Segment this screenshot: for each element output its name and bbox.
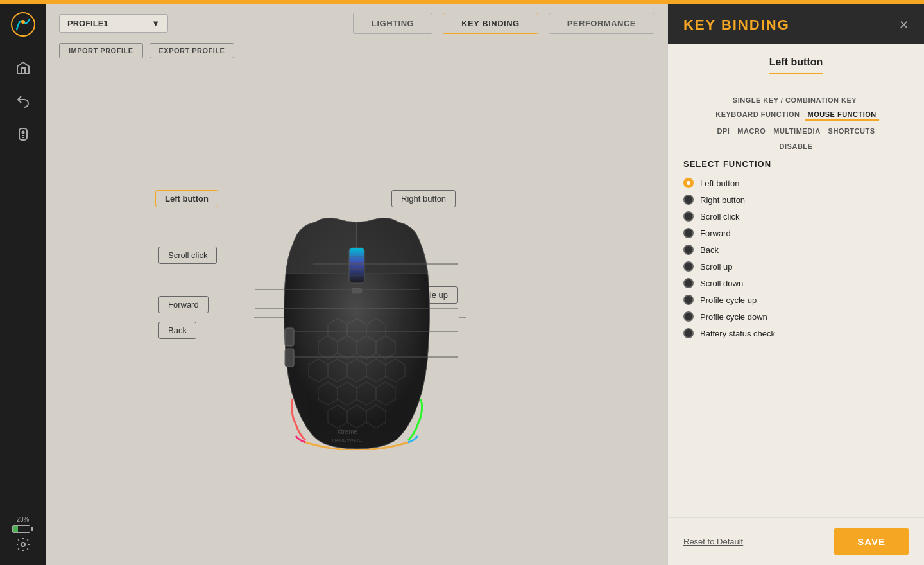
svg-point-3 [22,132,24,134]
tab-macro[interactable]: MACRO [735,126,768,136]
function-tabs: SINGLE KEY / COMBINATION KEY [683,95,909,107]
function-label-battery: Battery status check [700,329,775,338]
main-content: PROFILE1 ▼ LIGHTING KEY BINDING PERFORMA… [46,0,667,565]
tab-lighting[interactable]: LIGHTING [353,13,432,34]
radio-right-button[interactable] [683,195,694,205]
svg-text:HARDWARE: HARDWARE [332,437,362,443]
svg-point-1 [21,20,25,24]
battery-tip [31,527,33,531]
function-label-profile-up: Profile cycle up [700,295,757,305]
svg-rect-17 [285,349,294,367]
function-tabs-row4: DISABLE [683,141,909,152]
function-item-profile-down[interactable]: Profile cycle down [683,311,909,322]
profile-dropdown[interactable]: PROFILE1 ▼ [59,14,168,33]
mouse-diagram-area: Left button Right button Scroll click Fo… [46,65,667,565]
function-label-right-button: Right button [700,195,745,205]
battery-bar-container [12,525,33,533]
right-panel-footer: Reset to Default SAVE [668,517,924,565]
function-item-scroll-up[interactable]: Scroll up [683,261,909,272]
right-panel: KEY BINDING ✕ Left button SINGLE KEY / C… [667,0,924,565]
function-item-battery[interactable]: Battery status check [683,328,909,338]
svg-point-6 [21,543,25,546]
sidebar-item-back[interactable] [12,90,35,113]
close-button[interactable]: ✕ [899,19,909,31]
tab-dpi[interactable]: DPI [714,126,732,136]
profile-buttons: IMPORT PROFILE EXPORT PROFILE [46,40,667,65]
radio-profile-down[interactable] [683,311,694,322]
sidebar-logo[interactable] [9,10,37,39]
radio-profile-up[interactable] [683,295,694,305]
function-item-left-button[interactable]: Left button [683,178,909,188]
export-profile-button[interactable]: EXPORT PROFILE [150,43,235,58]
svg-rect-10 [349,248,364,283]
radio-scroll-up[interactable] [683,261,694,272]
battery-label: 23% [16,516,29,523]
profile-label: PROFILE1 [67,19,108,28]
function-label-scroll-down: Scroll down [700,279,743,288]
selected-button-container: Left button [683,56,909,85]
right-panel-title: KEY BINDING [683,17,790,33]
right-panel-header: KEY BINDING ✕ [668,4,924,44]
sidebar: 23% [0,4,46,565]
function-item-scroll-click[interactable]: Scroll click [683,211,909,222]
select-function-header: SELECT FUNCTION [683,159,909,169]
radio-left-button[interactable] [683,178,694,188]
selected-button-display: Left button [769,56,823,74]
top-bar: PROFILE1 ▼ LIGHTING KEY BINDING PERFORMA… [46,4,667,40]
sidebar-item-home[interactable] [12,56,35,80]
tab-multimedia[interactable]: MULTIMEDIA [771,126,823,136]
tab-key-binding[interactable]: KEY BINDING [443,13,538,34]
tab-disable[interactable]: DISABLE [777,141,816,152]
tab-keyboard[interactable]: KEYBOARD FUNCTION [713,109,802,121]
function-label-left-button: Left button [700,178,739,188]
radio-scroll-click[interactable] [683,211,694,222]
sidebar-item-device[interactable] [12,123,35,146]
function-list: Left button Right button Scroll click Fo… [683,178,909,338]
svg-text:Xtreme: Xtreme [337,428,358,435]
function-item-profile-up[interactable]: Profile cycle up [683,295,909,305]
svg-rect-16 [285,328,294,346]
tab-mouse[interactable]: MOUSE FUNCTION [805,109,879,121]
battery-bar [12,525,30,533]
function-item-back[interactable]: Back [683,245,909,255]
radio-scroll-down[interactable] [683,278,694,288]
function-label-scroll-up: Scroll up [700,262,733,272]
svg-point-0 [12,13,35,36]
mouse-image: Xtreme HARDWARE [248,180,466,450]
function-tabs-row2: KEYBOARD FUNCTION MOUSE FUNCTION [683,109,909,121]
radio-battery[interactable] [683,328,694,338]
function-label-scroll-click: Scroll click [700,212,739,222]
svg-rect-15 [352,288,362,293]
svg-rect-2 [19,128,27,140]
function-tabs-row3: DPI MACRO MULTIMEDIA SHORTCUTS [683,126,909,136]
tab-performance[interactable]: PERFORMANCE [549,13,654,34]
title-white: KEY [683,17,721,33]
scroll-click-box[interactable]: Scroll click [158,247,217,264]
forward-box[interactable]: Forward [158,296,209,313]
title-gold: BINDING [721,17,790,33]
chevron-down-icon: ▼ [151,19,160,28]
right-panel-body: Left button SINGLE KEY / COMBINATION KEY… [668,44,924,517]
gold-top-bar [0,0,924,4]
tab-shortcuts[interactable]: SHORTCUTS [826,126,878,136]
reset-to-default-link[interactable]: Reset to Default [683,537,743,546]
function-label-back: Back [700,245,719,255]
battery-fill [13,526,18,532]
left-button-box[interactable]: Left button [155,190,218,207]
sidebar-item-settings[interactable] [15,537,31,552]
function-label-profile-down: Profile cycle down [700,312,767,322]
function-item-forward[interactable]: Forward [683,228,909,238]
tab-single-key[interactable]: SINGLE KEY / COMBINATION KEY [730,95,859,107]
battery-indicator: 23% [12,516,33,533]
function-item-right-button[interactable]: Right button [683,195,909,205]
import-profile-button[interactable]: IMPORT PROFILE [59,43,143,58]
radio-forward[interactable] [683,228,694,238]
function-label-forward: Forward [700,229,731,238]
function-item-scroll-down[interactable]: Scroll down [683,278,909,288]
save-button[interactable]: SAVE [834,528,909,555]
radio-back[interactable] [683,245,694,255]
back-box[interactable]: Back [158,322,196,339]
